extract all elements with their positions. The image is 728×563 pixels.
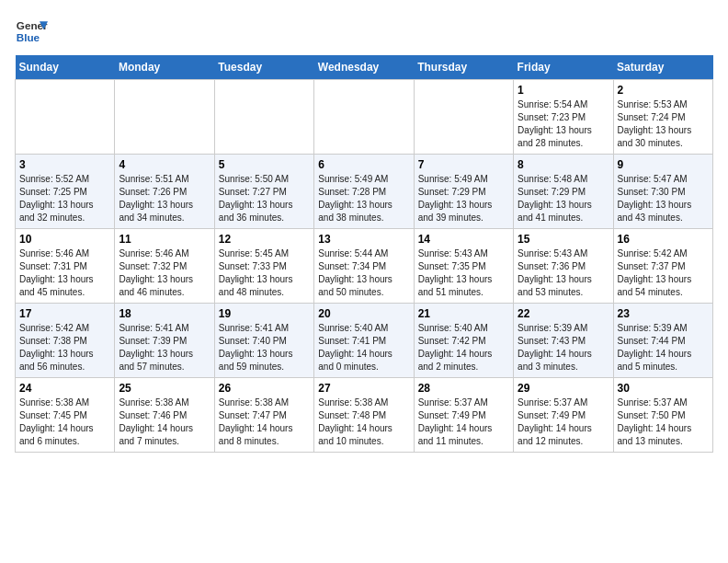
day-number: 17 [19,307,110,320]
weekday-header-thursday: Thursday [414,55,513,80]
calendar-week-3: 17Sunrise: 5:42 AMSunset: 7:38 PMDayligh… [16,304,713,378]
day-info: Sunrise: 5:41 AMSunset: 7:40 PMDaylight:… [219,322,310,373]
calendar-cell: 19Sunrise: 5:41 AMSunset: 7:40 PMDayligh… [214,304,313,378]
day-info: Sunrise: 5:51 AMSunset: 7:26 PMDaylight:… [119,173,210,224]
day-number: 14 [418,233,509,246]
calendar-cell: 22Sunrise: 5:39 AMSunset: 7:43 PMDayligh… [514,304,613,378]
calendar-cell: 11Sunrise: 5:46 AMSunset: 7:32 PMDayligh… [115,229,214,304]
calendar-cell: 26Sunrise: 5:38 AMSunset: 7:47 PMDayligh… [214,378,313,453]
day-info: Sunrise: 5:46 AMSunset: 7:31 PMDaylight:… [19,247,110,299]
day-number: 27 [318,382,409,395]
day-number: 12 [219,233,310,246]
calendar-cell: 8Sunrise: 5:48 AMSunset: 7:29 PMDaylight… [514,155,613,229]
day-number: 15 [518,233,609,246]
day-number: 22 [518,307,609,320]
day-info: Sunrise: 5:50 AMSunset: 7:27 PMDaylight:… [219,173,310,224]
calendar-cell: 13Sunrise: 5:44 AMSunset: 7:34 PMDayligh… [314,229,414,304]
calendar-cell [115,80,214,155]
calendar-cell: 23Sunrise: 5:39 AMSunset: 7:44 PMDayligh… [613,304,712,378]
calendar-cell: 25Sunrise: 5:38 AMSunset: 7:46 PMDayligh… [115,378,214,453]
calendar-cell: 5Sunrise: 5:50 AMSunset: 7:27 PMDaylight… [214,155,313,229]
weekday-header-tuesday: Tuesday [214,55,313,80]
weekday-header-monday: Monday [115,55,214,80]
calendar-cell: 6Sunrise: 5:49 AMSunset: 7:28 PMDaylight… [314,155,414,229]
day-number: 2 [618,84,709,97]
day-info: Sunrise: 5:37 AMSunset: 7:49 PMDaylight:… [518,396,609,448]
calendar-cell: 15Sunrise: 5:43 AMSunset: 7:36 PMDayligh… [514,229,613,304]
day-number: 28 [418,382,509,395]
day-info: Sunrise: 5:52 AMSunset: 7:25 PMDaylight:… [19,173,110,224]
day-number: 11 [119,233,210,246]
calendar-cell: 16Sunrise: 5:42 AMSunset: 7:37 PMDayligh… [613,229,712,304]
day-number: 4 [119,158,210,171]
svg-text:Blue: Blue [17,31,40,43]
day-info: Sunrise: 5:47 AMSunset: 7:30 PMDaylight:… [618,173,709,224]
day-number: 30 [618,382,709,395]
calendar-cell: 3Sunrise: 5:52 AMSunset: 7:25 PMDaylight… [16,155,115,229]
day-number: 18 [119,307,210,320]
day-info: Sunrise: 5:48 AMSunset: 7:29 PMDaylight:… [518,173,609,224]
day-number: 23 [618,307,709,320]
calendar-cell: 10Sunrise: 5:46 AMSunset: 7:31 PMDayligh… [16,229,115,304]
day-info: Sunrise: 5:37 AMSunset: 7:50 PMDaylight:… [618,396,709,448]
day-number: 29 [518,382,609,395]
day-info: Sunrise: 5:41 AMSunset: 7:39 PMDaylight:… [119,322,210,373]
day-info: Sunrise: 5:38 AMSunset: 7:48 PMDaylight:… [318,396,409,448]
calendar-table: SundayMondayTuesdayWednesdayThursdayFrid… [15,55,713,453]
logo-icon: General Blue [15,15,48,48]
day-info: Sunrise: 5:38 AMSunset: 7:45 PMDaylight:… [19,396,110,448]
day-number: 7 [418,158,509,171]
day-info: Sunrise: 5:49 AMSunset: 7:28 PMDaylight:… [318,173,409,224]
day-info: Sunrise: 5:44 AMSunset: 7:34 PMDaylight:… [318,247,409,299]
calendar-cell: 2Sunrise: 5:53 AMSunset: 7:24 PMDaylight… [613,80,712,155]
day-number: 1 [518,84,609,97]
calendar-cell: 18Sunrise: 5:41 AMSunset: 7:39 PMDayligh… [115,304,214,378]
day-info: Sunrise: 5:43 AMSunset: 7:35 PMDaylight:… [418,247,509,299]
calendar-cell: 17Sunrise: 5:42 AMSunset: 7:38 PMDayligh… [16,304,115,378]
weekday-header-friday: Friday [514,55,613,80]
calendar-week-0: 1Sunrise: 5:54 AMSunset: 7:23 PMDaylight… [16,80,713,155]
day-number: 9 [618,158,709,171]
calendar-cell: 7Sunrise: 5:49 AMSunset: 7:29 PMDaylight… [414,155,513,229]
calendar-cell: 29Sunrise: 5:37 AMSunset: 7:49 PMDayligh… [514,378,613,453]
day-info: Sunrise: 5:49 AMSunset: 7:29 PMDaylight:… [418,173,509,224]
calendar-cell: 14Sunrise: 5:43 AMSunset: 7:35 PMDayligh… [414,229,513,304]
day-info: Sunrise: 5:42 AMSunset: 7:38 PMDaylight:… [19,322,110,373]
calendar-header-row: SundayMondayTuesdayWednesdayThursdayFrid… [16,55,713,80]
day-number: 6 [318,158,409,171]
day-info: Sunrise: 5:46 AMSunset: 7:32 PMDaylight:… [119,247,210,299]
day-info: Sunrise: 5:43 AMSunset: 7:36 PMDaylight:… [518,247,609,299]
day-number: 26 [219,382,310,395]
weekday-header-wednesday: Wednesday [314,55,414,80]
calendar-cell: 1Sunrise: 5:54 AMSunset: 7:23 PMDaylight… [514,80,613,155]
day-number: 25 [119,382,210,395]
calendar-cell: 9Sunrise: 5:47 AMSunset: 7:30 PMDaylight… [613,155,712,229]
calendar-body: 1Sunrise: 5:54 AMSunset: 7:23 PMDaylight… [16,80,713,453]
calendar-cell: 28Sunrise: 5:37 AMSunset: 7:49 PMDayligh… [414,378,513,453]
calendar-week-4: 24Sunrise: 5:38 AMSunset: 7:45 PMDayligh… [16,378,713,453]
day-info: Sunrise: 5:45 AMSunset: 7:33 PMDaylight:… [219,247,310,299]
calendar-cell [214,80,313,155]
day-number: 10 [19,233,110,246]
day-info: Sunrise: 5:39 AMSunset: 7:44 PMDaylight:… [618,322,709,373]
calendar-cell: 24Sunrise: 5:38 AMSunset: 7:45 PMDayligh… [16,378,115,453]
calendar-cell: 4Sunrise: 5:51 AMSunset: 7:26 PMDaylight… [115,155,214,229]
calendar-cell [314,80,414,155]
day-number: 21 [418,307,509,320]
day-number: 16 [618,233,709,246]
day-info: Sunrise: 5:42 AMSunset: 7:37 PMDaylight:… [618,247,709,299]
logo: General Blue [15,15,48,48]
day-info: Sunrise: 5:53 AMSunset: 7:24 PMDaylight:… [618,98,709,150]
day-info: Sunrise: 5:40 AMSunset: 7:42 PMDaylight:… [418,322,509,373]
day-number: 8 [518,158,609,171]
day-info: Sunrise: 5:38 AMSunset: 7:46 PMDaylight:… [119,396,210,448]
calendar-cell: 21Sunrise: 5:40 AMSunset: 7:42 PMDayligh… [414,304,513,378]
day-info: Sunrise: 5:39 AMSunset: 7:43 PMDaylight:… [518,322,609,373]
calendar-week-2: 10Sunrise: 5:46 AMSunset: 7:31 PMDayligh… [16,229,713,304]
page-header: General Blue [15,15,713,48]
calendar-cell: 30Sunrise: 5:37 AMSunset: 7:50 PMDayligh… [613,378,712,453]
day-number: 19 [219,307,310,320]
calendar-cell: 27Sunrise: 5:38 AMSunset: 7:48 PMDayligh… [314,378,414,453]
day-number: 5 [219,158,310,171]
day-info: Sunrise: 5:40 AMSunset: 7:41 PMDaylight:… [318,322,409,373]
